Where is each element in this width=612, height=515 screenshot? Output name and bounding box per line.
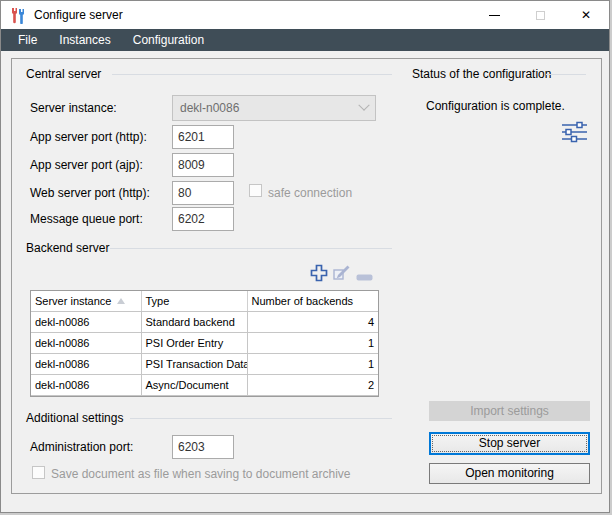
col-header-type[interactable]: Type [141, 291, 247, 311]
cell-type: Async/Document [141, 374, 247, 395]
app-server-http-input[interactable] [172, 125, 234, 149]
message-queue-input[interactable] [172, 207, 234, 231]
status-group-line [546, 74, 586, 75]
edit-backend-icon [332, 264, 350, 285]
server-instance-select: dekl-n0086 [172, 95, 376, 121]
administration-port-label: Administration port: [30, 440, 133, 454]
chevron-down-icon [358, 100, 369, 111]
web-server-http-label: Web server port (http): [30, 186, 150, 200]
web-server-http-input[interactable] [172, 181, 234, 205]
status-group-label: Status of the configuration [412, 67, 551, 81]
col-header-server-instance[interactable]: Server instance [31, 291, 141, 311]
add-backend-icon[interactable] [309, 263, 329, 286]
table-header-row: Server instance Type Number of backends [31, 291, 378, 311]
central-server-group-label: Central server [26, 67, 101, 81]
menu-file[interactable]: File [7, 29, 48, 51]
tools-app-icon [9, 7, 26, 24]
table-row[interactable]: dekl-n0086 Async/Document 2 [31, 374, 378, 395]
configuration-sliders-icon[interactable] [561, 121, 588, 146]
stop-server-button[interactable]: Stop server [429, 432, 590, 455]
open-monitoring-button[interactable]: Open monitoring [429, 463, 590, 484]
administration-port-input[interactable] [172, 435, 234, 459]
cell-type: Standard backend [141, 311, 247, 332]
cell-backend-count: 4 [247, 311, 378, 332]
window-title: Configure server [34, 8, 123, 22]
menu-bar: File Instances Configuration [1, 29, 609, 51]
backend-table: Server instance Type Number of backends … [30, 290, 379, 397]
additional-settings-group-label: Additional settings [26, 411, 123, 425]
server-instance-label: Server instance: [30, 101, 117, 115]
minimize-button[interactable] [471, 1, 517, 29]
caption-buttons: ✕ [471, 1, 609, 29]
table-row[interactable]: dekl-n0086 PSI Order Entry 1 [31, 332, 378, 353]
central-server-group-line [112, 74, 392, 75]
configure-server-dialog: Configure server ✕ File Instances Config… [0, 0, 610, 513]
cell-server-instance: dekl-n0086 [31, 353, 141, 374]
status-message: Configuration is complete. [426, 99, 565, 113]
title-bar: Configure server ✕ [1, 1, 609, 29]
col-header-number-of-backends[interactable]: Number of backends [247, 291, 378, 311]
app-server-ajp-label: App server port (ajp): [30, 158, 143, 172]
cell-type: PSI Transaction Data [141, 353, 247, 374]
cell-server-instance: dekl-n0086 [31, 374, 141, 395]
close-button[interactable]: ✕ [563, 1, 609, 29]
import-settings-button: Import settings [429, 401, 590, 421]
table-row[interactable]: dekl-n0086 Standard backend 4 [31, 311, 378, 332]
remove-backend-icon [356, 270, 373, 284]
backend-server-group-label: Backend server [26, 241, 109, 255]
menu-configuration[interactable]: Configuration [122, 29, 215, 51]
cell-type: PSI Order Entry [141, 332, 247, 353]
cell-server-instance: dekl-n0086 [31, 311, 141, 332]
app-server-http-label: App server port (http): [30, 130, 147, 144]
cell-backend-count: 1 [247, 353, 378, 374]
table-row[interactable]: dekl-n0086 PSI Transaction Data 1 [31, 353, 378, 374]
server-instance-value: dekl-n0086 [180, 101, 239, 115]
save-document-label: Save document as file when saving to doc… [51, 467, 351, 481]
sort-ascending-icon [117, 298, 125, 304]
cell-backend-count: 1 [247, 332, 378, 353]
maximize-button [517, 1, 563, 29]
message-queue-label: Message queue port: [30, 212, 143, 226]
cell-backend-count: 2 [247, 374, 378, 395]
backend-server-group-line [110, 248, 392, 249]
safe-connection-label: safe connection [268, 186, 352, 200]
menu-instances[interactable]: Instances [48, 29, 121, 51]
save-document-checkbox [32, 466, 45, 479]
safe-connection-checkbox [249, 184, 262, 197]
app-server-ajp-input[interactable] [172, 153, 234, 177]
cell-server-instance: dekl-n0086 [31, 332, 141, 353]
main-panel: Central server Server instance: dekl-n00… [11, 58, 602, 494]
additional-settings-group-line [130, 418, 392, 419]
